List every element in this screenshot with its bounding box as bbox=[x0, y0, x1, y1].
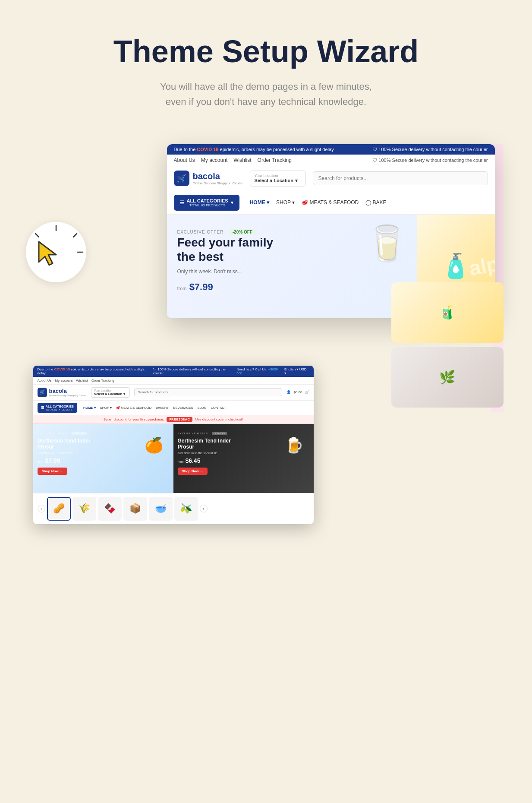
product-grid-small: EXCLUSIVE OFFER -20% OFF Gerthesim Tend … bbox=[33, 424, 314, 493]
nav-about[interactable]: About Us bbox=[174, 157, 195, 163]
page-title: Theme Setup Wizard bbox=[17, 35, 515, 69]
thumb-5[interactable]: 🥣 bbox=[149, 497, 173, 521]
nav-meats[interactable]: 🥩 MEATS & SEAFOOD bbox=[302, 199, 359, 205]
nav-shop[interactable]: SHOP ▾ bbox=[276, 199, 295, 205]
shop-now-btn-2[interactable]: Shop Now → bbox=[178, 468, 208, 475]
thumb-2[interactable]: 🌾 bbox=[72, 497, 96, 521]
sm-menu-contact[interactable]: CONTACT bbox=[211, 406, 227, 410]
side-image-2: 🌿 bbox=[391, 347, 504, 408]
announce-bar-small: Due to the COVID 19 epidemic, orders may… bbox=[33, 366, 314, 377]
cart-icon-small[interactable]: 🛒 bbox=[305, 390, 309, 394]
sm-menu-home[interactable]: HOME ▾ bbox=[83, 406, 96, 410]
sm-menu-bakery[interactable]: BAKERY bbox=[156, 406, 169, 410]
banner-price: from $7.99 bbox=[177, 281, 407, 293]
side-image-1: 🧃 bbox=[391, 282, 504, 343]
sm-menu-meats[interactable]: 🥩 MEATS & SEAFOOD bbox=[116, 406, 151, 410]
logo-sub-large: Online Grocery Shopping Center bbox=[193, 181, 243, 185]
banner-title: Feed your family the best bbox=[177, 235, 298, 264]
nav-secure-large: 🛡 100% Secure delivery without contactin… bbox=[372, 158, 488, 163]
nav-links-small: About Us My account Wishlist Order Track… bbox=[38, 379, 114, 383]
small-browser: Due to the COVID 19 epidemic, orders may… bbox=[33, 366, 314, 524]
product-card-1: EXCLUSIVE OFFER -20% OFF Gerthesim Tend … bbox=[33, 424, 173, 493]
sm-nav-about[interactable]: About Us bbox=[38, 379, 52, 383]
nav-menu-large: HOME ▾ SHOP ▾ 🥩 MEATS & SEAFOOD ◯ BAKE bbox=[250, 199, 387, 205]
all-categories-btn-small[interactable]: ☰ ALL CATEGORIES TOTAL 81 PRODUCTS bbox=[38, 403, 78, 413]
demo-container: Due to the COVID 19 epidemic, orders may… bbox=[0, 136, 532, 559]
nav-bar-large: About Us My account Wishlist Order Track… bbox=[167, 155, 495, 166]
secure-text-large: 🛡 100% Secure delivery without contactin… bbox=[372, 147, 488, 152]
promo-bar-small: Super discount for your first purchase. … bbox=[33, 415, 314, 424]
sm-menu-beverages[interactable]: BEVERAGES bbox=[173, 406, 193, 410]
svg-line-3 bbox=[35, 234, 39, 237]
logo-icon-large: 🛒 bbox=[174, 171, 189, 186]
product-thumbnails: ‹ 🥜 🌾 🍫 📦 🥣 🫒 › bbox=[33, 493, 314, 524]
location-selector-small[interactable]: Your Location Select a Location ▾ bbox=[91, 387, 130, 398]
cat-bar-large: ☰ ALL CATEGORIES TOTAL 63 PRODUCTS ▾ HOM… bbox=[167, 191, 495, 215]
search-input-small[interactable] bbox=[134, 388, 283, 396]
thumb-4[interactable]: 📦 bbox=[123, 497, 147, 521]
nav-wishlist[interactable]: Wishlist bbox=[233, 157, 251, 163]
thumb-6[interactable]: 🫒 bbox=[174, 497, 198, 521]
sm-menu-blog[interactable]: BLOG bbox=[198, 406, 207, 410]
nav-bar-small: About Us My account Wishlist Order Track… bbox=[33, 377, 314, 385]
brand-text: alp bbox=[467, 252, 495, 280]
hero-section: Theme Setup Wizard You will have all the… bbox=[0, 0, 532, 136]
nav-account[interactable]: My account bbox=[201, 157, 227, 163]
account-icon-small[interactable]: 👤 bbox=[286, 390, 291, 394]
svg-line-1 bbox=[73, 234, 77, 237]
right-side-images: 🧃 🌿 bbox=[391, 282, 504, 408]
sm-nav-tracking[interactable]: Order Tracking bbox=[91, 379, 114, 383]
announce-text-large: Due to the COVID 19 epidemic, orders may… bbox=[174, 147, 334, 152]
sm-nav-account[interactable]: My account bbox=[55, 379, 72, 383]
sm-nav-wishlist[interactable]: Wishlist bbox=[76, 379, 88, 383]
demos-wrapper: Due to the COVID 19 epidemic, orders may… bbox=[29, 144, 504, 533]
nav-bake[interactable]: ◯ BAKE bbox=[365, 199, 386, 205]
cart-area-small: 👤 $0.00 🛒 bbox=[286, 390, 309, 394]
logo-text-large: bacola bbox=[193, 171, 243, 181]
location-selector-large[interactable]: Your Location Select a Location ▾ bbox=[250, 171, 306, 187]
thumb-1[interactable]: 🥜 bbox=[47, 497, 71, 521]
product-bottle: 🧴 bbox=[441, 252, 471, 280]
logo-small: 🛒 bacola Online Grocery Shopping Center bbox=[38, 388, 87, 397]
product-card-2: EXCLUSIVE OFFER -30% OFF Gerthesim Tend … bbox=[173, 424, 314, 493]
logo-sub-small: Online Grocery Shopping Center bbox=[49, 394, 87, 397]
hero-subtitle: You will have all the demo pages in a fe… bbox=[137, 79, 396, 109]
cat-bar-small: ☰ ALL CATEGORIES TOTAL 81 PRODUCTS HOME … bbox=[33, 401, 314, 415]
thumb-prev-btn[interactable]: ‹ bbox=[38, 505, 45, 512]
product-image-1: 🍊 bbox=[137, 428, 171, 463]
cursor-arrow-svg bbox=[35, 238, 66, 269]
announce-bar-large: Due to the COVID 19 epidemic, orders may… bbox=[167, 144, 495, 155]
sm-menu-shop[interactable]: SHOP ▾ bbox=[100, 406, 112, 410]
store-header-large: 🛒 bacola Online Grocery Shopping Center … bbox=[167, 166, 495, 191]
banner-subtitle: Only this week. Don't miss... bbox=[177, 269, 407, 275]
all-categories-btn-large[interactable]: ☰ ALL CATEGORIES TOTAL 63 PRODUCTS ▾ bbox=[174, 195, 239, 211]
logo-text-small: bacola bbox=[49, 388, 87, 394]
location-value-large: Select a Location ▾ bbox=[255, 178, 301, 183]
thumb-3[interactable]: 🍫 bbox=[98, 497, 122, 521]
nav-home[interactable]: HOME ▾ bbox=[250, 199, 269, 205]
shop-now-btn-1[interactable]: Shop Now → bbox=[38, 468, 67, 475]
thumb-next-btn[interactable]: › bbox=[200, 505, 208, 512]
store-header-small: 🛒 bacola Online Grocery Shopping Center … bbox=[33, 385, 314, 401]
logo-area-large: 🛒 bacola Online Grocery Shopping Center bbox=[174, 171, 243, 186]
banner-left: EXCLUSIVE OFFER -20% OFF Feed your famil… bbox=[167, 215, 417, 318]
banner-content: EXCLUSIVE OFFER -20% OFF Feed your famil… bbox=[177, 228, 407, 293]
nav-menu-small: HOME ▾ SHOP ▾ 🥩 MEATS & SEAFOOD BAKERY B… bbox=[83, 406, 226, 410]
click-indicator bbox=[26, 222, 86, 282]
search-input-large[interactable] bbox=[313, 171, 488, 185]
nav-tracking[interactable]: Order Tracking bbox=[258, 157, 292, 163]
nav-links-large: About Us My account Wishlist Order Track… bbox=[174, 157, 292, 163]
svg-marker-4 bbox=[39, 242, 56, 265]
product-image-2: 🍺 bbox=[277, 428, 312, 463]
logo-icon-small: 🛒 bbox=[38, 388, 47, 397]
